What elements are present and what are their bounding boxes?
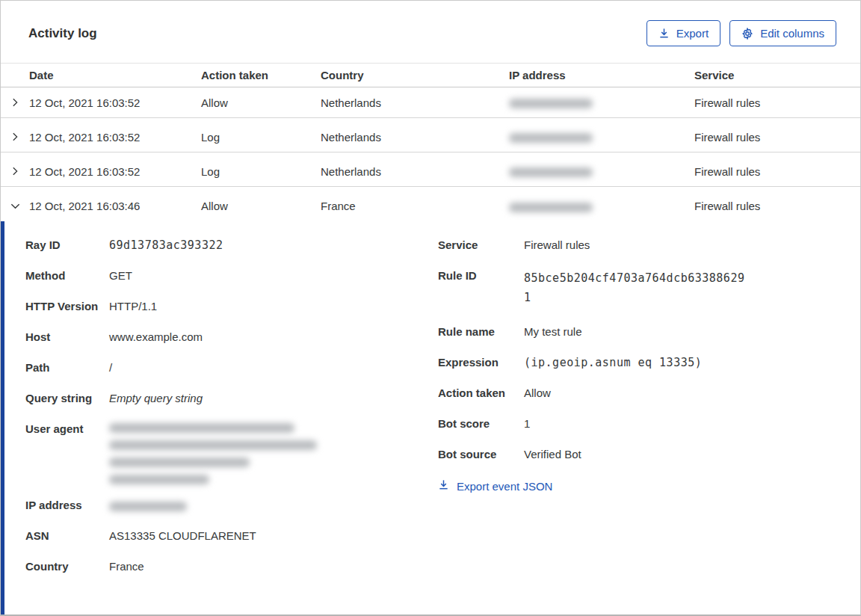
field-user-agent: User agent — [25, 422, 438, 484]
field-label: HTTP Version — [25, 299, 109, 314]
chevron-right-icon[interactable] — [1, 166, 29, 176]
field-value-redacted — [109, 498, 187, 513]
cell-country: Netherlands — [321, 165, 509, 178]
field-bot-score: Bot score 1 — [438, 416, 860, 431]
download-icon — [438, 479, 449, 493]
chevron-right-icon[interactable] — [1, 97, 29, 108]
edit-columns-button-label: Edit columns — [760, 27, 824, 40]
column-header-action-taken: Action taken — [201, 69, 321, 81]
field-value: / — [109, 360, 112, 375]
cell-ip-address-redacted — [509, 165, 694, 178]
field-value: GET — [109, 268, 132, 283]
field-value-redacted — [109, 422, 317, 484]
cell-country: France — [321, 200, 509, 212]
field-ray-id: Ray ID 69d13783ac393322 — [25, 238, 438, 253]
field-value: Firewall rules — [524, 238, 590, 253]
toolbar: Export Edit columns — [646, 20, 836, 46]
cell-date: 12 Oct, 2021 16:03:52 — [29, 165, 201, 178]
chevron-right-icon[interactable] — [1, 132, 29, 142]
export-button-label: Export — [676, 27, 709, 40]
cell-service: Firewall rules — [694, 200, 860, 212]
field-value: Empty query string — [109, 391, 203, 406]
field-label: Country — [25, 559, 109, 574]
download-icon — [658, 28, 670, 39]
field-label: Rule name — [438, 324, 524, 339]
table-row[interactable]: 12 Oct, 2021 16:03:52 Log Netherlands Fi… — [1, 156, 860, 187]
field-bot-source: Bot source Verified Bot — [438, 447, 860, 462]
export-event-json-link[interactable]: Export event JSON — [438, 479, 552, 493]
field-label: Ray ID — [25, 238, 109, 253]
event-detail-panel: Ray ID 69d13783ac393322 Method GET HTTP … — [1, 221, 860, 616]
column-header-country: Country — [321, 69, 509, 81]
field-query-string: Query string Empty query string — [25, 391, 438, 406]
field-label: Action taken — [438, 386, 524, 401]
cell-country: Netherlands — [321, 131, 509, 144]
cell-action-taken: Allow — [201, 200, 321, 212]
event-detail-left-column: Ray ID 69d13783ac393322 Method GET HTTP … — [25, 238, 438, 616]
field-host: Host www.example.com — [25, 330, 438, 345]
cell-ip-address-redacted — [509, 96, 694, 109]
field-rule-id: Rule ID 85bce5b204cf4703a764dcb633886291 — [438, 268, 860, 307]
page-title: Activity log — [28, 26, 97, 41]
export-button[interactable]: Export — [646, 20, 720, 46]
table-row[interactable]: 12 Oct, 2021 16:03:52 Log Netherlands Fi… — [1, 122, 860, 153]
field-ip-address: IP address — [25, 498, 438, 513]
cell-date: 12 Oct, 2021 16:03:52 — [29, 96, 201, 109]
cell-date: 12 Oct, 2021 16:03:52 — [29, 131, 201, 144]
field-label: User agent — [25, 422, 109, 484]
field-service: Service Firewall rules — [438, 238, 860, 253]
field-value: 1 — [524, 416, 530, 431]
cell-ip-address-redacted — [509, 200, 694, 212]
field-label: Bot source — [438, 447, 524, 462]
field-label: Bot score — [438, 416, 524, 431]
edit-columns-button[interactable]: Edit columns — [729, 20, 836, 46]
field-value: France — [109, 559, 144, 574]
field-rule-name: Rule name My test rule — [438, 324, 860, 339]
field-http-version: HTTP Version HTTP/1.1 — [25, 299, 438, 314]
table-row[interactable]: 12 Oct, 2021 16:03:52 Allow Netherlands … — [1, 87, 860, 118]
field-label: Method — [25, 268, 109, 283]
field-action-taken: Action taken Allow — [438, 386, 860, 401]
field-label: Query string — [25, 391, 109, 406]
activity-log-header: Activity log Export Edit columns — [1, 1, 860, 63]
cell-action-taken: Log — [201, 165, 321, 178]
field-value: (ip.geoip.asnum eq 13335) — [524, 355, 702, 370]
column-header-date: Date — [29, 69, 201, 81]
field-value: 85bce5b204cf4703a764dcb633886291 — [524, 268, 748, 307]
field-value: AS13335 CLOUDFLARENET — [109, 529, 256, 543]
column-header-ip-address: IP address — [509, 69, 694, 81]
field-label: IP address — [25, 498, 109, 513]
cell-service: Firewall rules — [694, 96, 860, 109]
activity-log-table: Date Action taken Country IP address Ser… — [1, 63, 860, 616]
cell-service: Firewall rules — [694, 131, 860, 144]
field-label: Path — [25, 360, 109, 375]
chevron-down-icon[interactable] — [1, 200, 29, 212]
field-value: Allow — [524, 386, 551, 401]
table-header-row: Date Action taken Country IP address Ser… — [1, 63, 860, 87]
field-method: Method GET — [25, 268, 438, 283]
field-country: Country France — [25, 559, 438, 574]
field-value: 69d13783ac393322 — [109, 238, 223, 253]
field-label: Expression — [438, 355, 524, 370]
field-label: ASN — [25, 529, 109, 543]
field-label: Host — [25, 330, 109, 345]
field-value: HTTP/1.1 — [109, 299, 157, 314]
gear-icon — [741, 28, 753, 40]
cell-action-taken: Log — [201, 131, 321, 144]
field-value: My test rule — [524, 324, 582, 339]
field-path: Path / — [25, 360, 438, 375]
cell-country: Netherlands — [321, 96, 509, 109]
column-header-service: Service — [694, 69, 860, 81]
field-expression: Expression (ip.geoip.asnum eq 13335) — [438, 355, 860, 370]
export-event-json-label: Export event JSON — [457, 480, 552, 493]
field-label: Service — [438, 238, 524, 253]
cell-action-taken: Allow — [201, 96, 321, 109]
cell-ip-address-redacted — [509, 131, 694, 144]
cell-service: Firewall rules — [694, 165, 860, 178]
field-label: Rule ID — [438, 268, 524, 307]
table-row-expanded[interactable]: 12 Oct, 2021 16:03:46 Allow France Firew… — [1, 191, 860, 221]
field-value: www.example.com — [109, 330, 203, 345]
field-value: Verified Bot — [524, 447, 581, 462]
field-asn: ASN AS13335 CLOUDFLARENET — [25, 529, 438, 543]
event-detail-right-column: Service Firewall rules Rule ID 85bce5b20… — [438, 238, 860, 616]
